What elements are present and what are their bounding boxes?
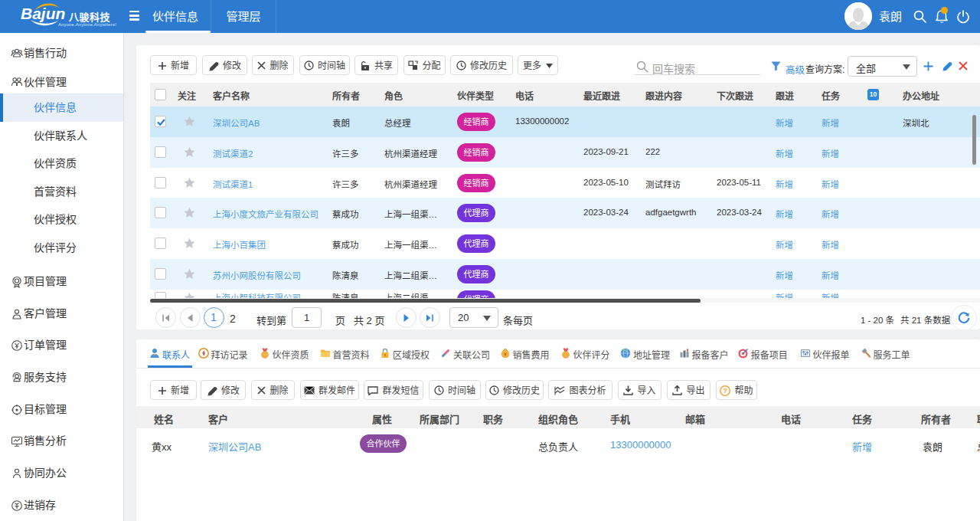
svg-text:?: ? [724, 387, 728, 395]
